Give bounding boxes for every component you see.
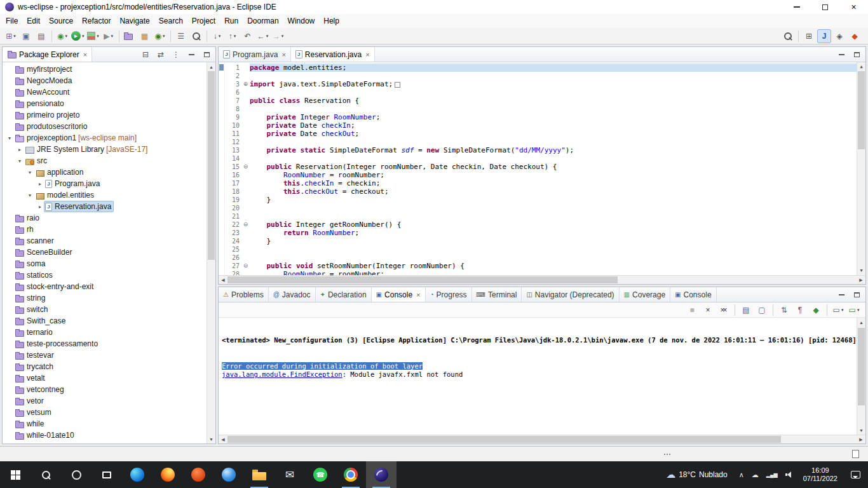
scroll-up-icon[interactable]: ▲: [207, 62, 215, 71]
code-line[interactable]: RoomNumber = roomNumber;: [250, 171, 857, 179]
console-hscrollbar[interactable]: ◀ ▶: [219, 435, 865, 444]
tree-item-while[interactable]: while: [3, 418, 207, 430]
code-line[interactable]: private static SimpleDateFormat sdf = ne…: [250, 146, 857, 154]
fold-expanded-icon[interactable]: ⊖: [241, 262, 250, 270]
chrome-button[interactable]: [336, 461, 366, 488]
code-line[interactable]: return RoomNumber;: [250, 229, 857, 237]
tree-item-myfirstproject[interactable]: myfirstproject: [3, 64, 207, 75]
tree-item-trycatch[interactable]: trycatch: [3, 361, 207, 372]
open-console-button[interactable]: ▭▾: [847, 303, 861, 317]
tree-item-projexception1[interactable]: ▾projexception1[ws-eclipse main]: [3, 132, 207, 144]
minimize-view-button[interactable]: [186, 49, 196, 60]
code-line[interactable]: this.checkIn = checkin;: [250, 179, 857, 187]
scroll-right-icon[interactable]: ▶: [857, 435, 865, 444]
package-explorer-scrollbar[interactable]: ▲ ▼: [207, 62, 215, 444]
menu-window[interactable]: Window: [283, 15, 320, 27]
collapse-icon[interactable]: ▾: [25, 193, 34, 198]
scrollbar-thumb[interactable]: [858, 328, 865, 405]
firefox-button[interactable]: [153, 461, 183, 488]
status-grip[interactable]: [664, 454, 665, 455]
maximize-window-button[interactable]: [811, 0, 839, 14]
coverage-button[interactable]: ▾: [86, 29, 100, 43]
tree-item-newaccount[interactable]: NewAccount: [3, 86, 207, 98]
tree-item-model-entities[interactable]: ▾model.entities: [3, 189, 207, 201]
code-line[interactable]: public void setRoomNumber(Integer roomNu…: [250, 262, 857, 270]
expand-icon[interactable]: ▸: [36, 181, 44, 187]
minimize-window-button[interactable]: [782, 0, 811, 14]
code-line[interactable]: private Date checkIn;: [250, 121, 857, 130]
tree-item-staticos[interactable]: staticos: [3, 269, 207, 281]
new-class-button[interactable]: ◉▾: [153, 29, 167, 43]
menu-doorman[interactable]: Doorman: [243, 15, 283, 27]
scroll-left-icon[interactable]: ◀: [219, 435, 227, 444]
editor-hscrollbar[interactable]: ◀ ▶: [219, 275, 865, 284]
view-menu-button[interactable]: ⋮: [171, 49, 181, 60]
tree-item-string[interactable]: string: [3, 292, 207, 304]
scrollbar-thumb[interactable]: [208, 71, 215, 260]
line-number-ruler[interactable]: 1236789101112131415161718192021222324252…: [225, 62, 241, 275]
scrollbar-track[interactable]: [227, 276, 857, 284]
eclipse-button[interactable]: [366, 461, 397, 488]
code-line[interactable]: }: [250, 196, 857, 204]
scrollbar-track[interactable]: [207, 71, 215, 435]
show-console-output-button[interactable]: ▤: [739, 303, 753, 317]
console-tab-progress[interactable]: ◔Progress: [426, 287, 472, 302]
browser-button[interactable]: [214, 461, 244, 488]
tree-item-stock-entry-and-exit[interactable]: stock-entry-and-exit: [3, 281, 207, 292]
search-taskbar-button[interactable]: [31, 461, 61, 488]
tree-item-produtosescritorio[interactable]: produtosescritorio: [3, 121, 207, 132]
tree-item-scanner[interactable]: scanner: [3, 235, 207, 247]
tree-item-src[interactable]: ▾src: [3, 155, 207, 166]
pin-console-button[interactable]: ◆: [809, 303, 823, 317]
fold-collapsed-icon[interactable]: ⊕: [241, 80, 250, 88]
close-window-button[interactable]: ×: [839, 0, 868, 14]
new-java-project-button[interactable]: [123, 29, 137, 43]
mail-button[interactable]: ✉: [275, 461, 305, 488]
tree-item-vetor[interactable]: vetor: [3, 395, 207, 407]
menu-help[interactable]: Help: [319, 15, 344, 27]
scroll-right-icon[interactable]: ▶: [857, 276, 865, 284]
display-selected-console-button[interactable]: ▭▾: [831, 303, 845, 317]
tree-item-swith-case[interactable]: Swith_case: [3, 315, 207, 327]
whatsapp-button[interactable]: ☎: [305, 461, 336, 488]
close-icon[interactable]: ×: [416, 291, 420, 299]
scroll-down-icon[interactable]: ▼: [207, 435, 215, 444]
tree-item-program-java[interactable]: ▸JProgram.java: [3, 178, 207, 189]
action-center-button[interactable]: [843, 471, 868, 478]
clear-console-button[interactable]: ▢: [755, 303, 769, 317]
code-line[interactable]: [250, 245, 857, 254]
menu-project[interactable]: Project: [187, 15, 220, 27]
tree-item-jre-system-library[interactable]: ▸JRE System Library[JavaSE-17]: [3, 144, 207, 155]
tree-item-soma[interactable]: soma: [3, 258, 207, 269]
forward-button[interactable]: →▾: [271, 29, 285, 43]
remove-all-launches-button[interactable]: ××: [717, 303, 731, 317]
tree-item-primeiro-projeto[interactable]: primeiro projeto: [3, 109, 207, 121]
search-button[interactable]: [189, 29, 203, 43]
back-button[interactable]: ←▾: [256, 29, 270, 43]
scrollbar-thumb[interactable]: [227, 276, 618, 283]
next-annotation-button[interactable]: ↓▾: [210, 29, 224, 43]
code-line[interactable]: [250, 254, 857, 262]
debug-button[interactable]: ◉▾: [55, 29, 69, 43]
code-editor[interactable]: package model.entities;import java.text.…: [250, 62, 857, 275]
expand-icon[interactable]: ▸: [36, 204, 44, 210]
editor-tab-program-java[interactable]: JProgram.java×: [219, 47, 291, 62]
previous-annotation-button[interactable]: ↑▾: [226, 29, 240, 43]
code-line[interactable]: }: [250, 237, 857, 245]
maximize-view-button[interactable]: [851, 289, 862, 301]
scroll-down-icon[interactable]: ▼: [857, 426, 865, 435]
brave-button[interactable]: [183, 461, 214, 488]
menu-run[interactable]: Run: [220, 15, 243, 27]
fold-expanded-icon[interactable]: ⊖: [241, 220, 250, 229]
open-task-button[interactable]: ☰: [174, 29, 188, 43]
scrollbar-track[interactable]: [857, 327, 865, 426]
expand-icon[interactable]: ▸: [15, 147, 24, 152]
last-edit-location-button[interactable]: ↶: [241, 29, 255, 43]
collapse-all-button[interactable]: ⊟: [140, 49, 151, 60]
tree-item-reservation-java[interactable]: ▸JReservation.java: [3, 201, 207, 212]
minimize-view-button[interactable]: [836, 49, 846, 60]
tree-item-testevar[interactable]: testevar: [3, 349, 207, 361]
tree-item-scenebuilder[interactable]: SceneBuilder: [3, 247, 207, 258]
word-wrap-button[interactable]: ¶: [793, 303, 807, 317]
code-line[interactable]: [250, 212, 857, 220]
